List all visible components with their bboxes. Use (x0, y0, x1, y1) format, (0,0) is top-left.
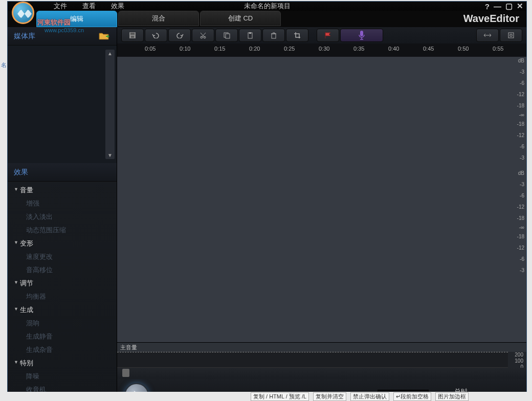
toolbar (117, 27, 526, 43)
undo-button[interactable] (145, 29, 167, 42)
tree-cat-volume[interactable]: 音量 (8, 184, 117, 197)
zoom-fit-h-button[interactable] (476, 29, 499, 42)
mode-tabs: 编辑 混合 创建 CD WaveEditor (8, 11, 526, 27)
db-scale: dB -3 -6 -12 -18 -∞ -18 -12 -6 -3 dB -3 … (508, 57, 526, 342)
tick: 0:45 (423, 46, 434, 52)
zoom-fit-button[interactable] (500, 29, 522, 42)
redo-button[interactable] (168, 29, 191, 42)
tick: 0:10 (180, 46, 190, 52)
tree-item-nr[interactable]: 降噪 (8, 370, 117, 383)
tick: 0:20 (249, 46, 260, 52)
minimize-button[interactable]: — (494, 2, 501, 11)
svg-rect-10 (360, 31, 363, 36)
svg-rect-8 (249, 32, 251, 34)
master-volume-track[interactable]: 主音量 200 100 0 (117, 342, 526, 368)
tree-cat-adjust[interactable]: 调节 (8, 277, 117, 290)
tree-item-reverb[interactable]: 混响 (8, 317, 117, 330)
titlebar: 文件 查看 效果 未命名的新项目 ? — ▢ ✕ (8, 2, 526, 11)
tree-item-noise[interactable]: 生成杂音 (8, 343, 117, 357)
app-logo (8, 1, 38, 29)
scroll-thumb[interactable] (122, 369, 129, 377)
tab-edit[interactable]: 编辑 (36, 11, 117, 27)
tree-item-compress[interactable]: 动态范围压缩 (8, 224, 117, 237)
media-scrollbar[interactable]: ▲ ▼ (105, 50, 115, 159)
menu-file[interactable]: 文件 (54, 2, 67, 11)
crop-button[interactable] (286, 29, 308, 42)
timeline-ruler[interactable]: 0:05 0:10 0:15 0:20 0:25 0:30 0:35 0:40 … (117, 43, 526, 57)
tree-item-boost[interactable]: 增强 (8, 197, 117, 210)
tick: 0:15 (214, 46, 225, 52)
external-bottom-bar: 复制 / HTML / 预览 /L 复制并清空 禁止弹出确认 ↵段前加空格 图片… (0, 392, 532, 401)
ext-btn-b[interactable]: 复制并清空 (313, 392, 346, 401)
tree-item-silence[interactable]: 生成静音 (8, 330, 117, 343)
tree-cat-special[interactable]: 特别 (8, 357, 117, 370)
effects-tree: 音量 增强 淡入淡出 动态范围压缩 变形 速度更改 音高移位 调节 均衡器 生成… (8, 182, 117, 401)
cue-scrollbar[interactable] (117, 368, 526, 379)
save-button[interactable] (121, 29, 144, 42)
ext-btn-e[interactable]: 图片加边框 (435, 392, 469, 401)
menu-view[interactable]: 查看 (82, 2, 96, 11)
svg-rect-11 (508, 33, 514, 38)
tree-item-eq[interactable]: 均衡器 (8, 290, 117, 303)
tick: 0:25 (284, 46, 295, 52)
cut-button[interactable] (192, 29, 214, 42)
delete-button[interactable] (262, 29, 285, 42)
flag-button[interactable] (317, 29, 339, 42)
svg-rect-9 (272, 34, 276, 38)
tab-mix[interactable]: 混合 (118, 11, 199, 26)
copy-button[interactable] (215, 29, 238, 42)
ext-btn-d[interactable]: ↵段前加空格 (393, 392, 431, 401)
tab-create-cd[interactable]: 创建 CD (200, 11, 281, 26)
record-button[interactable] (340, 29, 383, 42)
close-button[interactable]: ✕ (517, 2, 523, 11)
ext-btn-a[interactable]: 复制 / HTML / 预览 /L (251, 392, 309, 401)
tick: 0:40 (388, 46, 399, 52)
media-library-body: ▲ ▼ (8, 46, 117, 163)
media-library-header: 媒体库 (8, 27, 117, 46)
tick: 0:05 (145, 46, 156, 52)
waveform-canvas[interactable]: dB -3 -6 -12 -18 -∞ -18 -12 -6 -3 dB -3 … (117, 57, 526, 342)
svg-rect-1 (130, 33, 135, 35)
effects-header: 效果 (8, 163, 117, 182)
maximize-button[interactable]: ▢ (505, 2, 513, 11)
master-volume-label: 主音量 (117, 343, 526, 352)
paste-button[interactable] (239, 29, 261, 42)
tree-cat-transform[interactable]: 变形 (8, 237, 117, 250)
window-title: 未命名的新项目 (244, 2, 291, 11)
tick: 0:35 (353, 46, 364, 52)
tick: 0:55 (493, 46, 503, 52)
menu-effects[interactable]: 效果 (111, 2, 124, 11)
svg-rect-6 (226, 34, 230, 38)
tree-item-fade[interactable]: 淡入淡出 (8, 210, 117, 224)
open-folder-icon[interactable] (98, 32, 110, 41)
tree-item-speed[interactable]: 速度更改 (8, 250, 117, 263)
ext-btn-c[interactable]: 禁止弹出确认 (350, 392, 389, 401)
tree-cat-generate[interactable]: 生成 (8, 303, 117, 317)
tick: 0:30 (319, 46, 329, 52)
svg-rect-2 (131, 36, 134, 38)
help-button[interactable]: ? (485, 2, 490, 11)
brand-label: WaveEditor (463, 13, 519, 25)
scroll-down-icon[interactable]: ▼ (107, 152, 113, 158)
tree-item-pitch[interactable]: 音高移位 (8, 263, 117, 277)
scroll-up-icon[interactable]: ▲ (107, 51, 113, 56)
tick: 0:50 (458, 46, 469, 52)
